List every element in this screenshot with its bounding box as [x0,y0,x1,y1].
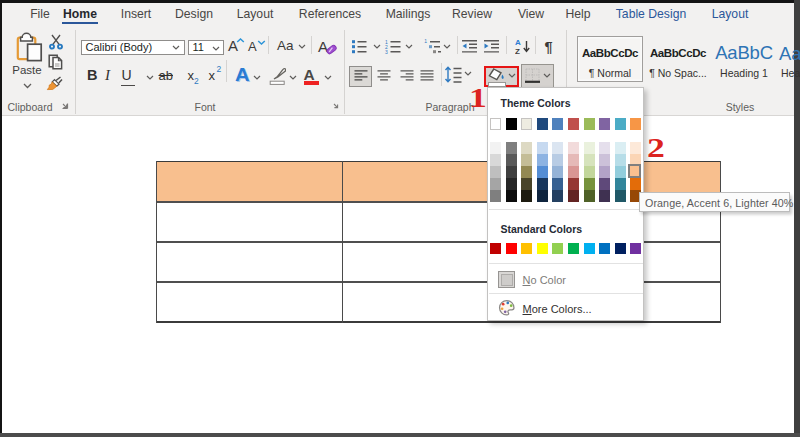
svg-text:Z: Z [515,47,520,55]
svg-text:1: 1 [424,39,427,44]
svg-text:3: 3 [385,49,388,54]
svg-text:A: A [515,38,521,47]
